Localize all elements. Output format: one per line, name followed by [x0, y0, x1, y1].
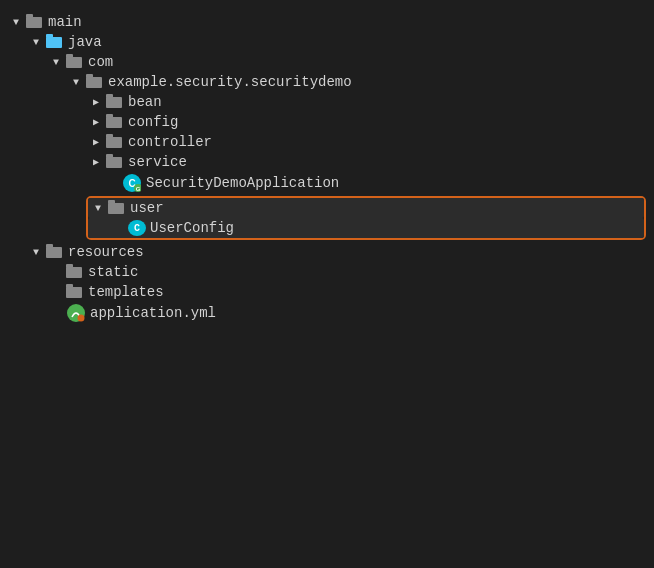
folder-icon-main [26, 14, 44, 30]
class-icon-user-config: C [128, 220, 146, 236]
folder-icon-user [108, 200, 126, 216]
svg-rect-20 [108, 203, 124, 214]
folder-icon-resources [46, 244, 64, 260]
svg-rect-0 [26, 17, 42, 28]
svg-point-29 [78, 315, 85, 322]
label-security-demo-app: SecurityDemoApplication [146, 175, 339, 191]
tree-item-user[interactable]: user [88, 198, 644, 218]
tree-item-user-config[interactable]: C UserConfig [88, 218, 644, 238]
svg-rect-10 [106, 117, 122, 128]
label-application-yml: application.yml [90, 305, 216, 321]
tree-item-config[interactable]: config [8, 112, 646, 132]
label-example-security: example.security.securitydemo [108, 74, 352, 90]
label-bean: bean [128, 94, 162, 110]
svg-rect-3 [46, 34, 53, 38]
folder-icon-java [46, 34, 64, 50]
highlighted-user-group: user C UserConfig [86, 196, 646, 240]
tree-item-application-yml[interactable]: application.yml [8, 302, 646, 324]
svg-rect-13 [106, 134, 113, 138]
svg-rect-7 [86, 74, 93, 78]
svg-rect-24 [66, 267, 82, 278]
svg-rect-25 [66, 264, 73, 268]
yml-icon [66, 304, 86, 322]
svg-text:G: G [136, 186, 141, 192]
svg-rect-21 [108, 200, 115, 204]
svg-rect-1 [26, 14, 33, 18]
folder-icon-templates [66, 284, 84, 300]
label-com: com [88, 54, 113, 70]
svg-rect-26 [66, 287, 82, 298]
svg-rect-5 [66, 54, 73, 58]
spring-icon: C G [122, 174, 142, 192]
svg-rect-8 [106, 97, 122, 108]
folder-icon-example [86, 74, 104, 90]
file-tree: main java com [0, 0, 654, 568]
arrow-bean [88, 96, 104, 108]
tree-item-resources[interactable]: resources [8, 242, 646, 262]
tree-item-service[interactable]: service [8, 152, 646, 172]
folder-icon-controller [106, 134, 124, 150]
arrow-example [68, 77, 84, 88]
tree-item-templates[interactable]: templates [8, 282, 646, 302]
tree-item-static[interactable]: static [8, 262, 646, 282]
svg-rect-2 [46, 37, 62, 48]
folder-icon-config [106, 114, 124, 130]
svg-rect-12 [106, 137, 122, 148]
arrow-controller [88, 136, 104, 148]
arrow-main [8, 17, 24, 28]
label-main: main [48, 14, 82, 30]
svg-rect-23 [46, 244, 53, 248]
label-controller: controller [128, 134, 212, 150]
label-resources: resources [68, 244, 144, 260]
svg-rect-9 [106, 94, 113, 98]
svg-rect-11 [106, 114, 113, 118]
svg-rect-15 [106, 154, 113, 158]
tree-item-java[interactable]: java [8, 32, 646, 52]
svg-rect-4 [66, 57, 82, 68]
arrow-resources [28, 247, 44, 258]
tree-item-com[interactable]: com [8, 52, 646, 72]
svg-rect-27 [66, 284, 73, 288]
tree-item-example-security[interactable]: example.security.securitydemo [8, 72, 646, 92]
label-java: java [68, 34, 102, 50]
label-user: user [130, 200, 164, 216]
label-static: static [88, 264, 138, 280]
tree-item-main[interactable]: main [8, 12, 646, 32]
label-templates: templates [88, 284, 164, 300]
arrow-config [88, 116, 104, 128]
tree-item-controller[interactable]: controller [8, 132, 646, 152]
svg-rect-6 [86, 77, 102, 88]
folder-icon-service [106, 154, 124, 170]
tree-item-bean[interactable]: bean [8, 92, 646, 112]
label-service: service [128, 154, 187, 170]
arrow-com [48, 57, 64, 68]
folder-icon-bean [106, 94, 124, 110]
arrow-user [90, 203, 106, 214]
folder-icon-static [66, 264, 84, 280]
folder-icon-com [66, 54, 84, 70]
svg-rect-22 [46, 247, 62, 258]
svg-rect-14 [106, 157, 122, 168]
arrow-java [28, 37, 44, 48]
label-config: config [128, 114, 178, 130]
label-user-config: UserConfig [150, 220, 234, 236]
arrow-service [88, 156, 104, 168]
tree-item-security-demo-app[interactable]: C G SecurityDemoApplication [8, 172, 646, 194]
